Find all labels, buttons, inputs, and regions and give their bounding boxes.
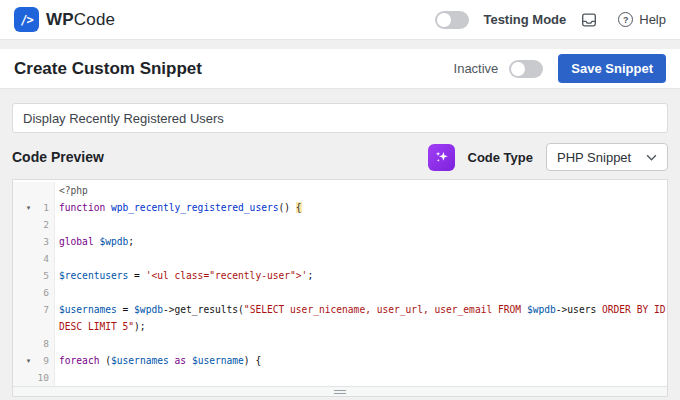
code-line[interactable]: 10	[13, 369, 667, 386]
code-line[interactable]: 7$usernames = $wpdb->get_results("SELECT…	[13, 301, 667, 318]
code-preview-heading: Code Preview	[12, 149, 104, 165]
active-toggle[interactable]	[509, 60, 543, 78]
code-line[interactable]: 6	[13, 284, 667, 301]
code-line-text	[55, 335, 59, 352]
code-line[interactable]: <?php	[13, 182, 667, 199]
code-line-text	[55, 369, 59, 386]
code-type-label: Code Type	[468, 150, 534, 165]
line-gutter: 10	[13, 369, 55, 386]
code-line-text: $usernames = $wpdb->get_results("SELECT …	[55, 301, 666, 318]
line-number: 4	[36, 250, 49, 267]
line-gutter: 3	[13, 233, 55, 250]
line-gutter	[13, 182, 55, 199]
line-gutter	[13, 318, 55, 335]
code-line[interactable]: 3global $wpdb;	[13, 233, 667, 250]
line-gutter: 8	[13, 335, 55, 352]
main-content: Code Preview Code Type PHP Snippet	[0, 89, 680, 397]
code-type-value: PHP Snippet	[557, 150, 631, 165]
line-number: 6	[36, 284, 49, 301]
fold-arrow-icon[interactable]: ▾	[24, 352, 33, 369]
chevron-down-icon	[646, 154, 657, 161]
help-button[interactable]: ? Help	[618, 12, 666, 27]
code-line[interactable]: ▾1function wpb_recently_registered_users…	[13, 199, 667, 216]
line-number: 2	[36, 216, 49, 233]
code-line-text	[55, 284, 59, 301]
line-gutter: 6	[13, 284, 55, 301]
code-line-text	[55, 250, 59, 267]
line-number: 1	[36, 199, 49, 216]
code-line-text: function wpb_recently_registered_users()…	[55, 199, 302, 216]
code-line-text: DESC LIMIT 5");	[55, 318, 146, 335]
wpcode-logo-icon: />	[14, 7, 39, 32]
code-type-controls: Code Type PHP Snippet	[428, 143, 669, 171]
code-line-text	[55, 216, 59, 233]
line-gutter: ▾9	[13, 352, 55, 369]
line-gutter: 2	[13, 216, 55, 233]
line-number: 10	[36, 369, 49, 386]
page-title: Create Custom Snippet	[14, 59, 202, 79]
line-gutter: 4	[13, 250, 55, 267]
brand-name: WPCode	[46, 10, 115, 30]
brand-wp: WP	[46, 10, 74, 29]
code-line-text: <?php	[55, 182, 88, 199]
code-line[interactable]: 2	[13, 216, 667, 233]
line-number: 7	[36, 301, 49, 318]
testing-mode-toggle[interactable]	[435, 11, 469, 29]
snippet-toolbar: Create Custom Snippet Inactive Save Snip…	[0, 49, 680, 89]
code-line-text: global $wpdb;	[55, 233, 134, 250]
line-gutter: 7	[13, 301, 55, 318]
code-line-text: foreach ($usernames as $username) {	[55, 352, 261, 369]
line-number: 5	[36, 267, 49, 284]
inbox-tray-icon[interactable]	[580, 11, 598, 29]
code-line[interactable]: 8	[13, 335, 667, 352]
line-number: 9	[36, 352, 49, 369]
code-line[interactable]: 5$recentusers = '<ul class="recently-use…	[13, 267, 667, 284]
snippet-toolbar-actions: Inactive Save Snippet	[454, 54, 666, 83]
code-line[interactable]: ▾9foreach ($usernames as $username) {	[13, 352, 667, 369]
code-type-select[interactable]: PHP Snippet	[546, 143, 668, 171]
brand-code: Code	[74, 10, 115, 29]
question-circle-icon: ?	[618, 12, 633, 27]
help-label: Help	[639, 12, 666, 27]
code-line[interactable]: 4	[13, 250, 667, 267]
top-bar-actions: Testing Mode ? Help	[435, 11, 666, 29]
save-snippet-button[interactable]: Save Snippet	[558, 54, 666, 83]
line-gutter: ▾1	[13, 199, 55, 216]
code-preview-header: Code Preview Code Type PHP Snippet	[12, 142, 668, 172]
wpcode-app: /> WPCode Testing Mode ? Help Create Cus…	[0, 0, 680, 400]
snippet-title-input[interactable]	[12, 103, 668, 133]
resize-handle-icon	[334, 390, 346, 394]
sparkles-icon[interactable]	[428, 144, 455, 171]
fold-arrow-icon[interactable]: ▾	[24, 199, 33, 216]
code-lines: <?php▾1function wpb_recently_registered_…	[13, 180, 667, 386]
top-bar: /> WPCode Testing Mode ? Help	[0, 0, 680, 40]
code-line-text: $recentusers = '<ul class="recently-user…	[55, 267, 313, 284]
code-editor[interactable]: <?php▾1function wpb_recently_registered_…	[12, 179, 668, 397]
wpcode-logo: /> WPCode	[14, 7, 115, 32]
editor-resize-bar[interactable]	[13, 386, 667, 396]
testing-mode-label: Testing Mode	[483, 12, 566, 27]
code-line[interactable]: DESC LIMIT 5");	[13, 318, 667, 335]
line-number: 8	[36, 335, 49, 352]
line-gutter: 5	[13, 267, 55, 284]
line-number: 3	[36, 233, 49, 250]
status-label: Inactive	[454, 61, 499, 76]
